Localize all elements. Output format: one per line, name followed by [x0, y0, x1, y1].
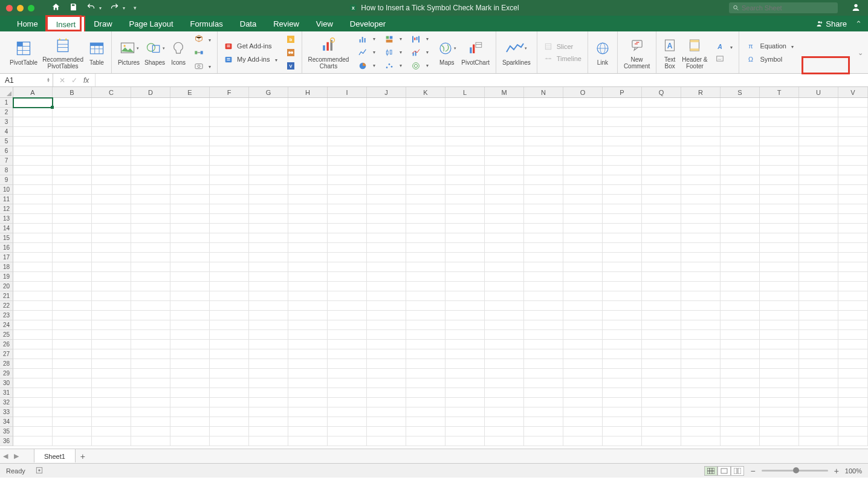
cell[interactable]	[563, 253, 603, 262]
cell[interactable]	[799, 378, 838, 388]
cell[interactable]	[642, 204, 681, 214]
row-header[interactable]: 9	[0, 175, 13, 185]
cell[interactable]	[249, 175, 288, 185]
cell[interactable]	[249, 311, 288, 320]
cell[interactable]	[524, 291, 563, 301]
cell[interactable]	[603, 195, 642, 204]
cell[interactable]	[131, 272, 170, 282]
cell[interactable]	[760, 127, 799, 137]
cell[interactable]	[131, 436, 170, 446]
cell[interactable]	[603, 166, 642, 175]
cell[interactable]	[760, 175, 799, 185]
cell[interactable]	[249, 378, 288, 388]
cell[interactable]	[131, 224, 170, 233]
cell[interactable]	[53, 427, 92, 436]
cell[interactable]	[760, 108, 799, 117]
cell[interactable]	[681, 369, 721, 378]
cell[interactable]	[721, 311, 760, 320]
cell[interactable]	[563, 388, 603, 398]
cell[interactable]	[288, 291, 328, 301]
cell[interactable]	[170, 262, 210, 272]
cell[interactable]	[524, 407, 563, 417]
cell[interactable]	[721, 204, 760, 214]
maximize-window-icon[interactable]	[28, 5, 34, 11]
cell[interactable]	[721, 330, 760, 340]
row-header[interactable]: 18	[0, 262, 13, 272]
cell[interactable]	[838, 214, 868, 224]
cell[interactable]	[328, 233, 367, 243]
cell[interactable]	[288, 359, 328, 369]
cell[interactable]	[681, 282, 721, 291]
cell[interactable]	[485, 320, 524, 330]
cell[interactable]	[445, 349, 485, 359]
share-button[interactable]: Share	[815, 19, 847, 28]
cell[interactable]	[170, 243, 210, 253]
sheet-tab-sheet1[interactable]: Sheet1	[34, 449, 76, 462]
cell[interactable]	[328, 243, 367, 253]
column-header[interactable]: Q	[642, 87, 681, 97]
cell[interactable]	[92, 330, 131, 340]
spreadsheet-grid[interactable]: ABCDEFGHIJKLMNOPQRSTUV 12345678910111213…	[0, 87, 868, 449]
cell[interactable]	[603, 117, 642, 127]
cell[interactable]	[524, 117, 563, 127]
cell[interactable]	[485, 98, 524, 108]
cell[interactable]	[170, 195, 210, 204]
cell[interactable]	[210, 398, 249, 407]
cell[interactable]	[131, 156, 170, 166]
cell[interactable]	[721, 359, 760, 369]
cell[interactable]	[92, 166, 131, 175]
cell[interactable]	[721, 214, 760, 224]
cell[interactable]	[131, 378, 170, 388]
cell[interactable]	[406, 185, 445, 195]
cell[interactable]	[249, 214, 288, 224]
row-header[interactable]: 15	[0, 233, 13, 243]
line-chart-button[interactable]	[355, 47, 378, 59]
cell[interactable]	[13, 243, 53, 253]
cell[interactable]	[603, 407, 642, 417]
cell[interactable]	[485, 359, 524, 369]
cell[interactable]	[524, 243, 563, 253]
cell[interactable]	[642, 417, 681, 427]
cell[interactable]	[603, 272, 642, 282]
cell[interactable]	[485, 166, 524, 175]
cell[interactable]	[445, 166, 485, 175]
cell[interactable]	[603, 436, 642, 446]
cell[interactable]	[524, 417, 563, 427]
cell[interactable]	[131, 330, 170, 340]
cell[interactable]	[328, 137, 367, 146]
cell[interactable]	[603, 224, 642, 233]
cell[interactable]	[92, 224, 131, 233]
cell[interactable]	[485, 233, 524, 243]
row-header[interactable]: 32	[0, 398, 13, 407]
cell[interactable]	[249, 398, 288, 407]
pivotchart-button[interactable]: PivotChart	[459, 37, 492, 67]
row-header[interactable]: 26	[0, 340, 13, 349]
cell[interactable]	[13, 282, 53, 291]
column-header[interactable]: L	[445, 87, 485, 97]
cell[interactable]	[367, 398, 406, 407]
cell[interactable]	[485, 311, 524, 320]
cell[interactable]	[485, 378, 524, 388]
cell[interactable]	[249, 117, 288, 127]
cell[interactable]	[249, 137, 288, 146]
cell[interactable]	[838, 146, 868, 156]
row-header[interactable]: 3	[0, 117, 13, 127]
cell[interactable]	[445, 195, 485, 204]
cell[interactable]	[92, 282, 131, 291]
cell[interactable]	[721, 127, 760, 137]
row-header[interactable]: 12	[0, 204, 13, 214]
cell[interactable]	[721, 398, 760, 407]
cell[interactable]	[524, 98, 563, 108]
cell[interactable]	[603, 301, 642, 311]
cell[interactable]	[760, 398, 799, 407]
cell[interactable]	[367, 369, 406, 378]
cell[interactable]	[328, 320, 367, 330]
cell[interactable]	[445, 214, 485, 224]
cell[interactable]	[13, 378, 53, 388]
cell[interactable]	[524, 272, 563, 282]
cell[interactable]	[249, 369, 288, 378]
cell[interactable]	[485, 398, 524, 407]
cell[interactable]	[563, 146, 603, 156]
cell[interactable]	[838, 301, 868, 311]
cell[interactable]	[249, 349, 288, 359]
